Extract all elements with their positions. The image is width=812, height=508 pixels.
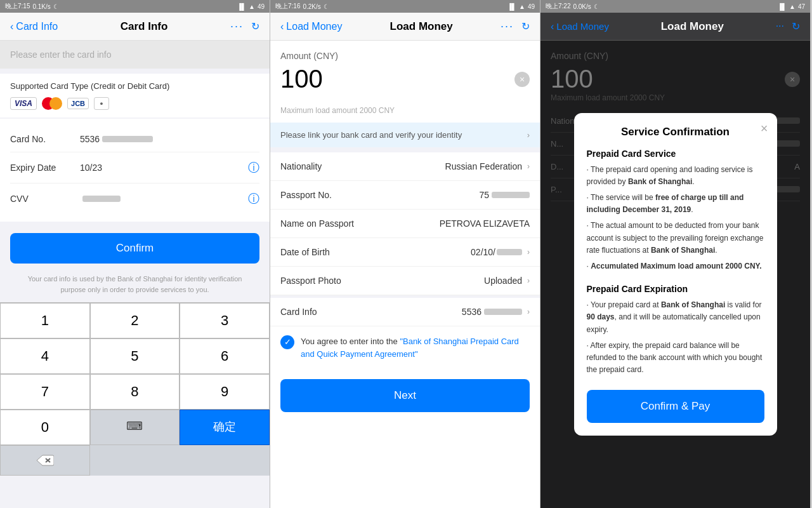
key-4[interactable]: 4 — [0, 338, 90, 374]
expiry-label: Expiry Date — [10, 163, 80, 173]
signal-icon-3: ▐▌ — [778, 3, 787, 10]
refresh-icon-3[interactable]: ↻ — [792, 20, 800, 32]
wifi-icon-3: ▲ — [789, 3, 796, 10]
key-1[interactable]: 1 — [0, 303, 90, 338]
passport-no-value: 75 — [363, 190, 530, 200]
card-type-label: Supported Card Type (Credit or Debit Car… — [10, 81, 259, 91]
modal-section1-title: Prepaid Card Service — [587, 149, 764, 159]
card-disclaimer: Your card info is used by the Bank of Sh… — [0, 274, 270, 302]
passport-no-label: Passport No. — [280, 190, 363, 200]
diners-icon: ● — [94, 97, 109, 110]
dob-label: Date of Birth — [280, 247, 363, 257]
service-confirmation-modal: × Service Confirmation Prepaid Card Serv… — [574, 113, 777, 436]
card-type-section: Supported Card Type (Credit or Debit Car… — [0, 74, 270, 117]
back-button-2[interactable]: ‹ Load Money — [280, 21, 342, 32]
nationality-row[interactable]: Nationality Russian Federation › — [270, 152, 540, 181]
status-bar-2: 晚上7:16 0.2K/s ☾ ▐▌ ▲ 49 — [270, 0, 540, 13]
panel-load-money: 晚上7:16 0.2K/s ☾ ▐▌ ▲ 49 ‹ Load Money Loa… — [270, 0, 540, 508]
name-passport-row[interactable]: Name on Passport PETROVA ELIZAVETA — [270, 210, 540, 238]
dob-arrow: › — [527, 248, 530, 257]
passport-no-row[interactable]: Passport No. 75 — [270, 181, 540, 210]
visa-icon: VISA — [10, 97, 37, 110]
back-chevron-3: ‹ — [551, 21, 554, 32]
confirm-key[interactable]: 确定 — [180, 410, 270, 445]
modal-bullet-5: · Your prepaid card at Bank of Shanghai … — [587, 299, 764, 336]
expiry-info-icon[interactable]: ⓘ — [248, 160, 259, 175]
cvv-info-icon[interactable]: ⓘ — [248, 191, 259, 206]
key-2[interactable]: 2 — [90, 303, 180, 338]
card-info-arrow: › — [527, 307, 530, 316]
next-button[interactable]: Next — [280, 379, 530, 412]
key-3[interactable]: 3 — [180, 303, 270, 338]
expiry-value: 10/23 — [80, 163, 248, 173]
modal-bullet-2: · The service will be free of charge up … — [587, 192, 764, 216]
confirm-button[interactable]: Confirm — [10, 233, 259, 264]
link-bank-arrow: › — [527, 130, 530, 140]
card-info-row[interactable]: Card Info 5536 › — [270, 298, 540, 326]
signal-icon-1: ▐▌ — [237, 3, 246, 10]
cvv-row: CVV ⓘ — [10, 184, 259, 214]
status-speed-3: 0.0K/s — [573, 3, 591, 10]
delete-key[interactable] — [0, 445, 90, 476]
battery-1: 49 — [258, 3, 265, 10]
key-6[interactable]: 6 — [180, 338, 270, 374]
keyboard-icon[interactable]: ⌨ — [90, 410, 180, 445]
card-no-blurred — [102, 136, 153, 142]
back-button-1[interactable]: ‹ Card Info — [10, 21, 58, 32]
agreement-text: You agree to enter into the "Bank of Sha… — [301, 335, 530, 360]
passport-photo-arrow: › — [527, 276, 530, 285]
modal-title: Service Confirmation — [587, 126, 764, 138]
key-5[interactable]: 5 — [90, 338, 180, 374]
amount-section: Amount (CNY) 100 × — [270, 41, 540, 104]
card-no-row: Card No. 5536 — [10, 126, 259, 152]
nav-title-3: Load Money — [609, 20, 776, 33]
back-chevron-2: ‹ — [280, 21, 284, 32]
mastercard-icon — [42, 97, 62, 110]
name-passport-label: Name on Passport — [280, 218, 363, 229]
panel3-background: Amount (CNY) 100 × Maximum load amount 2… — [540, 41, 810, 508]
nav-dots-1[interactable]: ··· — [230, 20, 244, 33]
back-button-3[interactable]: ‹ Load Money — [551, 21, 609, 32]
moon-icon-1: ☾ — [53, 3, 59, 10]
panel-load-money-modal: 晚上7:22 0.0K/s ☾ ▐▌ ▲ 47 ‹ Load Money Loa… — [540, 0, 811, 508]
max-load-text: Maximum load amount 2000 CNY — [270, 104, 540, 123]
key-0[interactable]: 0 — [0, 410, 90, 445]
amount-row: 100 × — [280, 65, 530, 93]
amount-label: Amount (CNY) — [280, 51, 530, 61]
modal-overlay: × Service Confirmation Prepaid Card Serv… — [540, 41, 810, 508]
refresh-icon-2[interactable]: ↻ — [521, 20, 530, 32]
nav-dots-2[interactable]: ··· — [501, 20, 514, 33]
card-info-content: Please enter the card info Supported Car… — [0, 41, 270, 508]
passport-photo-label: Passport Photo — [280, 276, 363, 286]
nav-bar-3: ‹ Load Money Load Money ··· ↻ — [540, 13, 810, 41]
dob-blurred — [497, 249, 522, 255]
wifi-icon-2: ▲ — [519, 3, 525, 10]
modal-bullet-1: · The prepaid card opening and loading s… — [587, 164, 764, 188]
card-no-value: 5536 — [80, 134, 259, 144]
key-9[interactable]: 9 — [180, 374, 270, 410]
card-form-section: Card No. 5536 Expiry Date 10/23 ⓘ CVV ⓘ — [0, 119, 270, 222]
numpad-keyboard: 1 2 3 4 5 6 7 8 9 0 ⌨ 确定 — [0, 302, 270, 476]
name-passport-value: PETROVA ELIZAVETA — [363, 218, 530, 229]
status-bar-1: 晚上7:15 0.1K/s ☾ ▐▌ ▲ 49 — [0, 0, 270, 13]
cvv-label: CVV — [10, 194, 80, 204]
modal-close-button[interactable]: × — [761, 122, 768, 135]
amount-clear-button[interactable]: × — [514, 72, 530, 87]
agreement-checkbox[interactable]: ✓ — [280, 335, 294, 349]
passport-photo-row[interactable]: Passport Photo Uploaded › — [270, 267, 540, 295]
refresh-icon-1[interactable]: ↻ — [251, 20, 259, 32]
status-time-2: 晚上7:16 — [275, 2, 300, 11]
confirm-pay-button[interactable]: Confirm & Pay — [587, 390, 764, 423]
status-time-1: 晚上7:15 — [5, 2, 30, 11]
jcb-icon: JCB — [67, 98, 89, 109]
dob-row[interactable]: Date of Birth 02/10/ › — [270, 238, 540, 267]
nav-dots-3[interactable]: ··· — [776, 20, 784, 32]
link-bank-text: Please link your bank card and verify yo… — [280, 130, 462, 140]
agreement-row: ✓ You agree to enter into the "Bank of S… — [270, 326, 540, 369]
key-8[interactable]: 8 — [90, 374, 180, 410]
cvv-value — [80, 196, 248, 202]
nationality-arrow: › — [527, 162, 530, 171]
amount-value: 100 — [280, 65, 323, 93]
back-chevron-1: ‹ — [10, 21, 13, 32]
key-7[interactable]: 7 — [0, 374, 90, 410]
